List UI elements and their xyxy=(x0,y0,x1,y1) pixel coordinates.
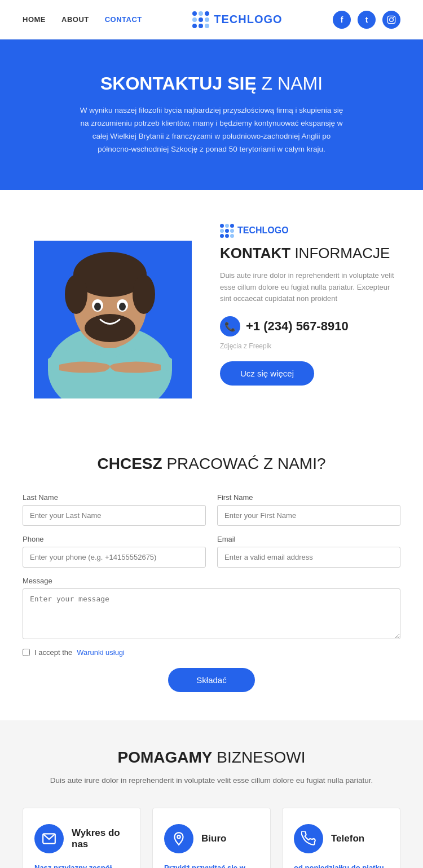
terms-link[interactable]: Warunki usługi xyxy=(77,648,125,657)
submit-row: Składać xyxy=(23,668,400,692)
message-input[interactable] xyxy=(23,588,400,639)
hero-title: SKONTAKTUJ SIĘ Z NAMI xyxy=(100,73,323,94)
phone-input[interactable] xyxy=(23,547,206,568)
dot xyxy=(220,234,224,238)
info-logo: TECHLOGO xyxy=(220,224,400,238)
svg-point-1 xyxy=(390,17,394,21)
help-card-email: Wykres do nas Nasz przyjazny zespół służ… xyxy=(23,808,141,868)
navigation: HOME ABOUT CONTACT TECHLOGO f t xyxy=(0,0,423,39)
person-photo xyxy=(23,218,197,398)
dot xyxy=(192,24,197,28)
first-name-input[interactable] xyxy=(217,505,400,526)
email-card-title: Wykres do nas xyxy=(72,827,129,850)
person-image xyxy=(23,218,197,398)
svg-point-8 xyxy=(65,274,87,314)
help-description: Duis aute irure dolor in reprehenderit i… xyxy=(23,774,400,787)
logo: TECHLOGO xyxy=(192,11,282,28)
logo-text: TECHLOGO xyxy=(214,13,282,26)
svg-point-10 xyxy=(85,314,135,342)
dot xyxy=(199,11,203,16)
last-name-label: Last Name xyxy=(23,493,206,502)
info-description: Duis aute irure dolor in reprehenderit i… xyxy=(220,270,400,305)
social-icons: f t xyxy=(333,11,400,29)
twitter-icon[interactable]: t xyxy=(358,11,376,29)
svg-point-2 xyxy=(393,17,394,18)
help-cards: Wykres do nas Nasz przyjazny zespół służ… xyxy=(23,808,400,868)
info-logo-dots xyxy=(220,224,234,238)
logo-suffix: LOGO xyxy=(247,13,283,25)
form-title: CHCESZ PRACOWAĆ Z NAMI? xyxy=(23,455,400,473)
email-label: Email xyxy=(217,535,400,543)
dot xyxy=(225,234,229,238)
hero-section: SKONTAKTUJ SIĘ Z NAMI W wyniku naszej fi… xyxy=(0,39,423,190)
facebook-icon[interactable]: f xyxy=(333,11,351,29)
svg-point-16 xyxy=(177,835,180,838)
nav-links: HOME ABOUT CONTACT xyxy=(23,15,142,24)
svg-point-9 xyxy=(133,274,155,314)
office-card-link: Przyjdź przywitać się w naszej centrali. xyxy=(164,862,259,868)
contact-form: Last Name First Name Phone Email Message xyxy=(23,493,400,692)
dot xyxy=(220,224,224,228)
dot xyxy=(199,24,203,28)
terms-checkbox[interactable] xyxy=(23,649,30,656)
terms-row: I accept the Warunki usługi xyxy=(23,648,400,657)
dot xyxy=(199,17,203,22)
logo-dots xyxy=(192,11,209,28)
terms-text: I accept the xyxy=(34,648,72,657)
first-name-label: First Name xyxy=(217,493,400,502)
info-logo-text: TECHLOGO xyxy=(237,225,289,236)
dot xyxy=(205,17,209,22)
logo-prefix: TECH xyxy=(214,13,246,25)
help-card-office: Biuro Przyjdź przywitać się w naszej cen… xyxy=(152,808,271,868)
card-icon-row: Biuro xyxy=(164,824,226,853)
card-icon-row: Wykres do nas xyxy=(34,824,129,853)
email-group: Email xyxy=(217,535,400,568)
dot xyxy=(205,24,209,28)
email-card-link: Nasz przyjazny zespół służy pomocą. xyxy=(34,862,129,868)
message-group: Message xyxy=(23,577,400,639)
phone-card-title: Telefon xyxy=(331,833,364,844)
help-card-phone: Telefon od poniedziałku do piątku od 8:0… xyxy=(282,808,400,868)
svg-point-14 xyxy=(119,303,126,311)
help-section: POMAGAMY BIZNESOWI Duis aute irure dolor… xyxy=(0,720,423,868)
nav-contact[interactable]: CONTACT xyxy=(105,15,142,24)
svg-point-13 xyxy=(94,303,101,311)
phone-group: Phone xyxy=(23,535,206,568)
nav-home[interactable]: HOME xyxy=(23,15,46,24)
phone-icon: 📞 xyxy=(220,316,240,336)
phone-number: +1 (234) 567-8910 xyxy=(246,319,349,334)
office-card-title: Biuro xyxy=(201,833,226,844)
contact-info-section: TECHLOGO KONTAKT INFORMACJE Duis aute ir… xyxy=(0,190,423,427)
hero-description: W wyniku naszej filozofii bycia najbardz… xyxy=(76,104,347,156)
form-section: CHCESZ PRACOWAĆ Z NAMI? Last Name First … xyxy=(0,427,423,720)
dot xyxy=(192,17,197,22)
first-name-group: First Name xyxy=(217,493,400,526)
last-name-input[interactable] xyxy=(23,505,206,526)
help-title: POMAGAMY BIZNESOWI xyxy=(23,749,400,767)
submit-button[interactable]: Składać xyxy=(168,668,254,692)
svg-rect-0 xyxy=(387,16,395,23)
learn-more-button[interactable]: Ucz się więcej xyxy=(220,361,314,386)
message-label: Message xyxy=(23,577,400,585)
dot xyxy=(225,229,229,233)
card-icon-row: Telefon xyxy=(294,824,364,853)
photo-credit: Zdjęcia z Freepik xyxy=(220,342,400,350)
nav-about[interactable]: ABOUT xyxy=(61,15,89,24)
dot xyxy=(230,229,234,233)
email-input[interactable] xyxy=(217,547,400,568)
dot xyxy=(230,234,234,238)
form-grid: Last Name First Name Phone Email Message xyxy=(23,493,400,639)
last-name-group: Last Name xyxy=(23,493,206,526)
contact-info-right: TECHLOGO KONTAKT INFORMACJE Duis aute ir… xyxy=(220,218,400,386)
info-title: KONTAKT INFORMACJE xyxy=(220,245,400,262)
phone-card-link: od poniedziałku do piątku od 8:00 do 5:0… xyxy=(294,862,389,868)
dot xyxy=(220,229,224,233)
instagram-icon[interactable] xyxy=(382,11,400,29)
phone-label: Phone xyxy=(23,535,206,543)
email-card-icon xyxy=(34,824,64,853)
location-card-icon xyxy=(164,824,193,853)
dot xyxy=(225,224,229,228)
phone-card-icon xyxy=(294,824,323,853)
dot xyxy=(230,224,234,228)
dot xyxy=(205,11,209,16)
